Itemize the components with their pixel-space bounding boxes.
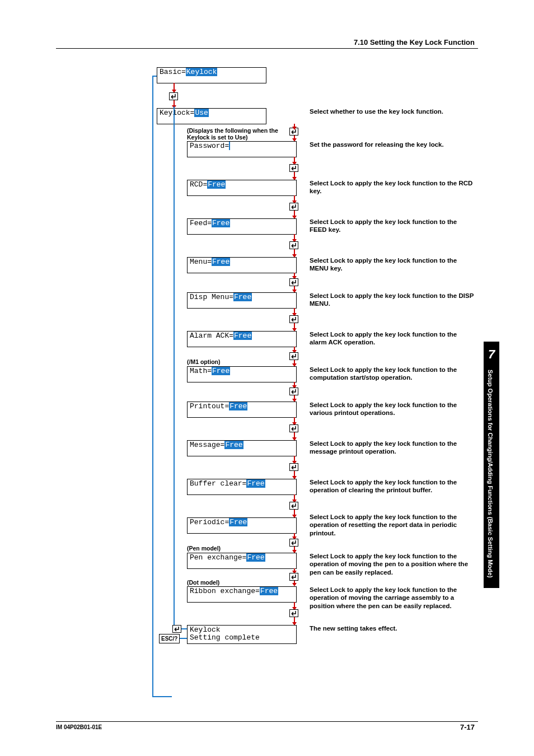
chapter-title: Setup Operations for Changing/Adding Fun… bbox=[487, 370, 494, 578]
flow-arrow bbox=[294, 382, 295, 385]
menu-keylock-value: Use bbox=[194, 109, 208, 117]
svg-rect-13 bbox=[290, 573, 298, 581]
flow-arrow bbox=[294, 494, 295, 500]
menu-message-value: Free bbox=[224, 441, 243, 449]
flow-arrow bbox=[294, 432, 295, 437]
menu-buffer: Buffer clear=Free bbox=[187, 479, 297, 495]
menu-feed-label: Feed= bbox=[190, 219, 212, 227]
svg-rect-5 bbox=[290, 279, 298, 286]
menu-math-value: Free bbox=[212, 367, 230, 375]
flow-arrow bbox=[294, 602, 295, 607]
desc-periodic: Select Lock to apply the key lock functi… bbox=[310, 513, 474, 537]
esc-join bbox=[180, 638, 187, 639]
desc-pen: Select Lock to apply the key lock functi… bbox=[310, 552, 474, 576]
left-rail bbox=[174, 106, 175, 625]
flow-arrow bbox=[294, 234, 295, 239]
menu-math-label: Math= bbox=[190, 367, 212, 375]
menu-basic-value: Keylock bbox=[186, 68, 218, 76]
menu-math: Math=Free bbox=[187, 366, 297, 382]
desc-keylock: Select whether to use the key lock funct… bbox=[310, 108, 474, 115]
return-line-v bbox=[152, 76, 153, 697]
desc-message: Select Lock to apply the key lock functi… bbox=[310, 440, 474, 456]
desc-password: Set the password for releasing the key l… bbox=[310, 141, 474, 148]
menu-message-label: Message= bbox=[190, 441, 224, 449]
flow-arrow bbox=[294, 395, 295, 399]
flow-arrow bbox=[174, 100, 175, 105]
menu-printout-value: Free bbox=[229, 402, 247, 410]
flow-arrow bbox=[294, 471, 295, 476]
enter-icon bbox=[289, 539, 298, 547]
flow-arrow bbox=[294, 286, 295, 290]
svg-rect-4 bbox=[290, 242, 298, 249]
svg-rect-0 bbox=[170, 93, 178, 100]
enter-icon bbox=[289, 241, 298, 249]
enter-icon bbox=[289, 352, 298, 360]
menu-rcd-value: Free bbox=[207, 180, 226, 189]
enter-icon bbox=[172, 625, 181, 633]
enter-icon bbox=[289, 203, 298, 211]
enter-icon bbox=[169, 92, 178, 100]
flow-arrow bbox=[294, 347, 295, 350]
chapter-tab: 7 Setup Operations for Changing/Adding F… bbox=[484, 342, 499, 588]
svg-rect-3 bbox=[290, 203, 298, 211]
menu-final-l1: Keylock bbox=[190, 626, 221, 634]
flow-arrow bbox=[294, 360, 295, 363]
flow-arrow bbox=[174, 83, 175, 90]
desc-menu: Select Lock to apply the key lock functi… bbox=[310, 256, 474, 273]
menu-disp: Disp Menu=Free bbox=[187, 292, 297, 309]
svg-rect-9 bbox=[290, 425, 298, 432]
svg-rect-6 bbox=[290, 316, 298, 323]
flow-arrow bbox=[294, 211, 295, 216]
enter-icon bbox=[289, 573, 298, 581]
footer-page: 7-17 bbox=[460, 723, 475, 731]
menu-feed: Feed=Free bbox=[187, 218, 297, 235]
enter-icon bbox=[289, 502, 298, 510]
menu-periodic: Periodic=Free bbox=[187, 517, 297, 534]
svg-rect-2 bbox=[290, 165, 298, 172]
flow-arrow bbox=[294, 323, 295, 328]
flow-arrow bbox=[294, 172, 295, 177]
menu-periodic-value: Free bbox=[229, 518, 247, 526]
menu-disp-value: Free bbox=[233, 293, 252, 301]
note-displays-following: (Displays the following when theKeylock … bbox=[187, 127, 293, 141]
enter-icon bbox=[289, 424, 298, 432]
menu-ribbon: Ribbon exchange=Free bbox=[187, 586, 297, 603]
menu-periodic-label: Periodic= bbox=[190, 518, 229, 526]
menu-message: Message=Free bbox=[187, 440, 297, 456]
flow-arrow bbox=[294, 617, 295, 622]
desc-rcd: Select Lock to apply the key lock functi… bbox=[310, 179, 474, 195]
svg-rect-10 bbox=[290, 464, 298, 471]
svg-rect-14 bbox=[290, 610, 298, 617]
chapter-number: 7 bbox=[484, 347, 499, 362]
flow-arrow bbox=[294, 417, 295, 422]
enter-icon bbox=[289, 315, 298, 323]
desc-alarm: Select Lock to apply the key lock functi… bbox=[310, 330, 474, 347]
flow-arrow bbox=[294, 308, 295, 313]
menu-basic: Basic=Keylock bbox=[157, 67, 266, 83]
desc-ribbon: Select Lock to apply the key lock functi… bbox=[310, 586, 474, 610]
menu-password: Password= bbox=[187, 141, 297, 157]
svg-rect-11 bbox=[290, 502, 298, 510]
menu-feed-value: Free bbox=[212, 219, 230, 227]
menu-printout-label: Printout= bbox=[190, 402, 229, 410]
flow-arrow bbox=[294, 124, 295, 127]
flow-arrow bbox=[294, 568, 295, 571]
note-pen-model: (Pen model) bbox=[187, 545, 221, 552]
flow-arrow bbox=[294, 249, 295, 254]
enter-icon bbox=[289, 609, 298, 617]
return-line-bottom bbox=[152, 696, 172, 697]
desc-final: The new setting takes effect. bbox=[310, 624, 474, 632]
menu-pen-value: Free bbox=[246, 553, 265, 562]
flow-arrow bbox=[294, 157, 295, 162]
svg-rect-12 bbox=[290, 539, 298, 547]
note-dot-model: (Dot model) bbox=[187, 579, 219, 586]
note-m1-option: (/M1 option) bbox=[187, 358, 220, 365]
desc-feed: Select Lock to apply the key lock functi… bbox=[310, 218, 474, 234]
enter-icon bbox=[289, 388, 298, 395]
menu-rcd-label: RCD= bbox=[190, 180, 207, 189]
svg-rect-7 bbox=[290, 353, 298, 360]
flow-arrow bbox=[294, 533, 295, 536]
flow-arrow bbox=[294, 273, 295, 276]
desc-printout: Select Lock to apply the key lock functi… bbox=[310, 401, 474, 417]
footer-doc-id: IM 04P02B01-01E bbox=[56, 724, 102, 730]
